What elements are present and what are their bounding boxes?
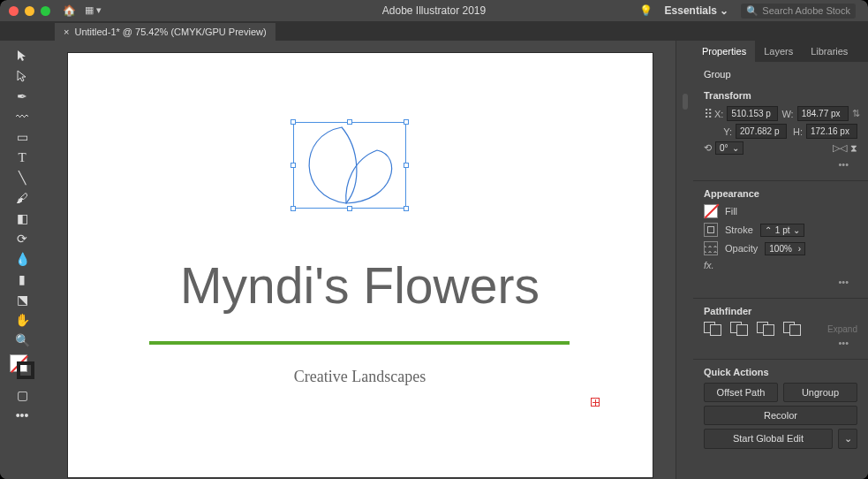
tools-panel: ✒ 〰 ▭ T ╲ 🖌 ◧ ⟳ 💧 ▮ ⬔ ✋ 🔍 ▢ •••: [0, 41, 44, 479]
artboard[interactable]: Myndi's Flowers Creative Landscapes: [68, 53, 653, 477]
dock-grip-icon[interactable]: [683, 94, 688, 110]
fill-label: Fill: [725, 206, 737, 217]
fill-swatch-icon[interactable]: [704, 204, 718, 218]
home-icon[interactable]: 🏠: [63, 4, 76, 17]
gradient-tool[interactable]: ▮: [11, 270, 33, 289]
rotate-icon: ⟲: [704, 142, 712, 154]
rectangle-tool[interactable]: ▭: [11, 127, 33, 147]
curvature-tool[interactable]: 〰: [11, 107, 33, 126]
opacity-input[interactable]: 100% ›: [765, 242, 805, 255]
document-tab[interactable]: × Untitled-1* @ 75.42% (CMYK/GPU Preview…: [55, 23, 275, 41]
maximize-icon[interactable]: [41, 6, 50, 16]
stroke-label[interactable]: Stroke: [725, 224, 753, 235]
unite-icon[interactable]: [704, 322, 721, 336]
panel-dock-strip[interactable]: [676, 41, 693, 479]
direct-selection-tool[interactable]: [11, 66, 33, 86]
line-tool[interactable]: ╲: [11, 168, 33, 187]
flip-v-icon[interactable]: ⧗: [850, 142, 857, 154]
link-wh-icon[interactable]: ⇅: [852, 108, 860, 119]
tab-libraries[interactable]: Libraries: [802, 41, 857, 62]
hand-tool[interactable]: ✋: [11, 310, 33, 330]
close-icon[interactable]: [9, 6, 19, 16]
opacity-label[interactable]: Opacity: [725, 243, 758, 254]
document-tab-label: Untitled-1* @ 75.42% (CMYK/GPU Preview): [74, 27, 266, 37]
stroke-swatch[interactable]: [17, 361, 34, 379]
selection-bounding-box: [293, 122, 406, 209]
rotate-input[interactable]: 0° ⌄: [715, 141, 743, 155]
app-title: Adobe Illustrator 2019: [382, 4, 486, 17]
opacity-icon[interactable]: [704, 241, 718, 255]
appearance-more-icon[interactable]: •••: [704, 275, 857, 289]
document-tabs: × Untitled-1* @ 75.42% (CMYK/GPU Preview…: [0, 21, 868, 41]
expand-button: Expand: [827, 324, 857, 334]
eyedropper-tool[interactable]: 💧: [11, 249, 33, 269]
panel-icon[interactable]: ▦ ▾: [85, 4, 102, 17]
type-tool[interactable]: T: [11, 148, 33, 167]
tab-close-icon[interactable]: ×: [64, 27, 69, 37]
tab-properties[interactable]: Properties: [693, 41, 755, 62]
offset-path-button[interactable]: Offset Path: [704, 383, 778, 402]
fill-stroke-swatch[interactable]: [10, 354, 34, 379]
handle-tm[interactable]: [347, 119, 352, 125]
handle-tr[interactable]: [404, 119, 409, 125]
properties-panel: Properties Layers Libraries Group Transf…: [693, 41, 868, 479]
window-controls[interactable]: [9, 6, 50, 16]
x-input[interactable]: [727, 106, 778, 121]
y-input[interactable]: [736, 124, 787, 139]
global-edit-chevron-icon[interactable]: ⌄: [838, 429, 857, 449]
w-label: W:: [781, 109, 793, 119]
pathfinder-heading: Pathfinder: [704, 306, 857, 316]
x-label: X:: [714, 109, 723, 119]
recolor-button[interactable]: Recolor: [704, 406, 857, 425]
shapebuilder-tool[interactable]: ⬔: [11, 290, 33, 309]
ungroup-button[interactable]: Ungroup: [783, 383, 857, 402]
minus-front-icon[interactable]: [730, 322, 748, 336]
handle-br[interactable]: [404, 206, 409, 211]
brush-tool[interactable]: 🖌: [11, 188, 33, 208]
rotate-tool[interactable]: ⟳: [11, 229, 33, 248]
intersect-icon[interactable]: [757, 322, 774, 336]
selected-logo-group[interactable]: [293, 122, 406, 209]
artwork-title-text[interactable]: Myndi's Flowers: [68, 256, 653, 315]
hint-icon[interactable]: 💡: [639, 4, 653, 17]
handle-mr[interactable]: [404, 163, 409, 168]
stroke-weight-input[interactable]: ⌃ 1 pt ⌄: [760, 224, 805, 237]
pen-tool[interactable]: ✒: [11, 87, 33, 106]
handle-bl[interactable]: [291, 206, 296, 211]
reference-point-icon[interactable]: ⠿: [704, 107, 711, 121]
artwork-underline[interactable]: [149, 341, 570, 345]
title-bar: 🏠 ▦ ▾ Adobe Illustrator 2019 💡 Essential…: [0, 0, 868, 21]
minimize-icon[interactable]: [25, 6, 34, 16]
canvas-area[interactable]: Myndi's Flowers Creative Landscapes: [44, 41, 676, 479]
tab-layers[interactable]: Layers: [755, 41, 802, 62]
zoom-tool[interactable]: 🔍: [11, 331, 33, 350]
transform-more-icon[interactable]: •••: [704, 157, 857, 171]
w-input[interactable]: [797, 106, 849, 121]
stroke-swatch-icon[interactable]: [704, 223, 718, 237]
y-label: Y:: [720, 126, 732, 137]
workspace-switcher[interactable]: Essentials ⌄: [665, 4, 729, 17]
handle-ml[interactable]: [291, 163, 296, 168]
search-placeholder: Search Adobe Stock: [762, 5, 850, 16]
global-edit-button[interactable]: Start Global Edit: [704, 429, 833, 449]
artwork-tagline-text[interactable]: Creative Landscapes: [68, 368, 653, 386]
panel-tabs: Properties Layers Libraries: [693, 41, 868, 62]
screen-mode-icon[interactable]: ▢: [11, 385, 33, 405]
transform-heading: Transform: [704, 90, 857, 101]
pathfinder-more-icon[interactable]: •••: [704, 336, 857, 350]
h-input[interactable]: [806, 124, 857, 139]
pathfinder-section: Pathfinder Expand •••: [693, 299, 868, 360]
handle-bm[interactable]: [347, 206, 352, 211]
fx-icon[interactable]: fx.: [704, 260, 714, 270]
h-label: H:: [790, 126, 803, 137]
flip-h-icon[interactable]: ▷◁: [833, 142, 847, 154]
exclude-icon[interactable]: [783, 322, 801, 336]
edit-toolbar-icon[interactable]: •••: [11, 406, 33, 425]
search-icon: 🔍: [746, 5, 759, 17]
appearance-heading: Appearance: [704, 188, 857, 199]
selection-tool[interactable]: [11, 46, 33, 65]
quick-actions-section: Quick Actions Offset Path Ungroup Recolo…: [693, 360, 868, 461]
handle-tl[interactable]: [291, 119, 296, 125]
search-input[interactable]: 🔍 Search Adobe Stock: [741, 4, 856, 19]
eraser-tool[interactable]: ◧: [11, 209, 33, 228]
